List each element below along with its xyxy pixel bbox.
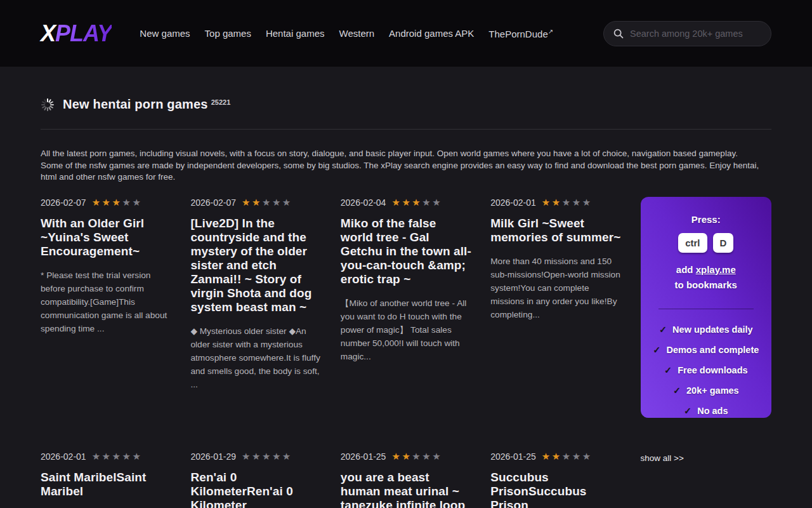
star-rating: ★★★★★ [542, 197, 593, 208]
games-grid: 2026-02-07 ★★★★★ With an Older Girl ~Yui… [41, 197, 771, 508]
search-icon [613, 28, 624, 39]
d-key[interactable]: D [713, 233, 734, 253]
star-icon: ★ [391, 197, 402, 208]
game-date: 2026-02-04 [341, 197, 386, 208]
game-meta: 2026-02-07 ★★★★★ [190, 197, 321, 208]
star-icon: ★ [562, 197, 572, 208]
search-input[interactable] [630, 29, 762, 39]
game-card[interactable]: 2026-01-29 ★★★★★ Ren'ai 0 KilometerRen'a… [190, 451, 321, 508]
star-rating: ★★★★★ [92, 197, 143, 208]
game-card[interactable]: 2026-02-04 ★★★★★ Miko of the false world… [341, 197, 471, 363]
game-meta: 2026-02-01 ★★★★★ [490, 197, 621, 208]
game-card[interactable]: 2026-02-01 ★★★★★ Saint MaribelSaint Mari… [41, 451, 171, 508]
game-card[interactable]: 2026-02-07 ★★★★★ [Live2D] In the country… [190, 197, 321, 391]
game-description: * Please test the trial version before p… [41, 269, 171, 335]
star-icon: ★ [112, 451, 122, 462]
games-count-badge: 25221 [211, 98, 231, 106]
star-rating: ★★★★★ [92, 451, 143, 462]
star-icon: ★ [572, 451, 582, 462]
game-meta: 2026-01-29 ★★★★★ [190, 451, 321, 462]
game-title[interactable]: you are a beast human meat urinal ~ tane… [341, 471, 471, 508]
star-icon: ★ [552, 451, 562, 462]
star-icon: ★ [542, 451, 552, 462]
game-meta: 2026-01-25 ★★★★★ [490, 451, 621, 462]
game-description: ◆ Mysterious older sister ◆An older sist… [190, 324, 321, 391]
star-icon: ★ [262, 451, 272, 462]
star-icon: ★ [422, 197, 432, 208]
logo[interactable]: XPLAY [41, 20, 112, 47]
game-title[interactable]: [Live2D] In the countryside and the myst… [190, 217, 321, 314]
star-icon: ★ [552, 197, 562, 208]
game-description: 【Miko of another world tree - All you wa… [341, 297, 471, 363]
star-icon: ★ [102, 451, 112, 462]
game-title[interactable]: Miko of the false world tree - Gal Getch… [341, 217, 471, 286]
game-title[interactable]: With an Older Girl ~Yuina's Sweet Encour… [41, 217, 171, 258]
main-content: New hentai porn games 25221 All the late… [0, 97, 812, 508]
game-meta: 2026-02-04 ★★★★★ [341, 197, 471, 208]
star-icon: ★ [402, 451, 412, 462]
bookmark-suffix: to bookmarks [675, 279, 737, 290]
star-rating: ★★★★★ [391, 197, 442, 208]
game-date: 2026-01-29 [190, 451, 236, 462]
divider [41, 129, 771, 130]
game-title[interactable]: Succubus PrisonSuccubus Prison [490, 471, 621, 508]
game-date: 2026-01-25 [341, 451, 386, 462]
star-icon: ★ [391, 451, 402, 462]
star-icon: ★ [282, 451, 292, 462]
bookmark-promo-card: Press: ctrl D add xplay.me to bookmarks … [641, 197, 771, 418]
star-icon: ★ [242, 197, 252, 208]
game-card[interactable]: 2026-02-01 ★★★★★ Milk Girl ~Sweet memori… [490, 197, 621, 321]
main-nav: New games Top games Hentai games Western… [140, 28, 553, 39]
game-title[interactable]: Ren'ai 0 KilometerRen'ai 0 Kilometer [190, 471, 321, 508]
star-icon: ★ [282, 197, 292, 208]
key-combo: ctrl D [651, 233, 761, 253]
feature-list: ✓New updates daily ✓Demos and complete ✓… [651, 324, 761, 416]
feature-item: ✓Free downloads [651, 365, 761, 375]
nav-hentai-games[interactable]: Hentai games [266, 28, 325, 39]
game-title[interactable]: Saint MaribelSaint Maribel [41, 471, 171, 498]
logo-play: PLAY [55, 20, 112, 46]
external-link-icon: ↗ [548, 28, 553, 35]
nav-theporndude[interactable]: ThePornDude↗ [488, 28, 553, 39]
intro-line-2: Some of the nsfw games are made by indep… [41, 161, 759, 182]
ctrl-key[interactable]: ctrl [678, 233, 707, 253]
game-date: 2026-01-25 [490, 451, 536, 462]
star-icon: ★ [122, 451, 132, 462]
game-card[interactable]: 2026-01-25 ★★★★★ you are a beast human m… [341, 451, 471, 508]
show-all-link[interactable]: show all >> [641, 453, 771, 463]
star-icon: ★ [252, 197, 262, 208]
star-rating: ★★★★★ [242, 197, 292, 208]
star-icon: ★ [262, 197, 272, 208]
star-icon: ★ [112, 197, 122, 208]
check-icon: ✓ [684, 406, 691, 416]
game-date: 2026-02-07 [190, 197, 236, 208]
nav-western[interactable]: Western [339, 28, 375, 39]
check-icon: ✓ [673, 385, 681, 396]
nav-android-games-apk[interactable]: Android games APK [389, 28, 474, 39]
game-title[interactable]: Milk Girl ~Sweet memories of summer~ [490, 217, 621, 244]
intro-line-1: All the latest porn games, including vis… [41, 149, 738, 158]
star-icon: ★ [582, 197, 593, 208]
feature-item: ✓New updates daily [651, 324, 761, 335]
page-title: New hentai porn games [63, 97, 208, 112]
check-icon: ✓ [659, 324, 667, 335]
check-icon: ✓ [653, 345, 660, 355]
star-icon: ★ [272, 197, 282, 208]
game-meta: 2026-02-07 ★★★★★ [41, 197, 171, 208]
page-head: New hentai porn games 25221 [41, 97, 771, 112]
game-date: 2026-02-01 [490, 197, 536, 208]
star-icon: ★ [252, 451, 262, 462]
search-box[interactable] [603, 21, 771, 46]
xplay-me-link[interactable]: xplay.me [696, 264, 736, 275]
nav-new-games[interactable]: New games [140, 28, 190, 39]
star-icon: ★ [92, 197, 102, 208]
star-rating: ★★★★★ [391, 451, 442, 462]
game-card[interactable]: 2026-01-25 ★★★★★ Succubus PrisonSuccubus… [490, 451, 621, 508]
star-icon: ★ [272, 451, 282, 462]
nav-top-games[interactable]: Top games [205, 28, 251, 39]
star-rating: ★★★★★ [542, 451, 593, 462]
game-card[interactable]: 2026-02-07 ★★★★★ With an Older Girl ~Yui… [41, 197, 171, 335]
star-icon: ★ [572, 197, 582, 208]
star-rating: ★★★★★ [242, 451, 292, 462]
star-icon: ★ [562, 451, 572, 462]
